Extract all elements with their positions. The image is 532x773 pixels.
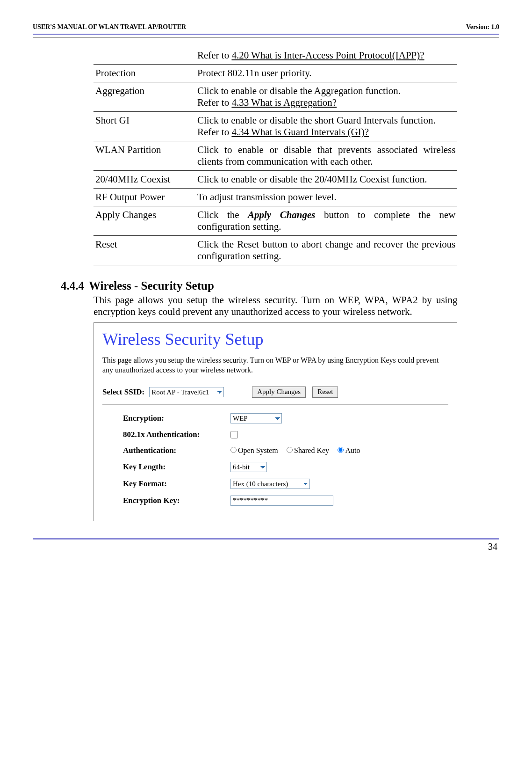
section-heading: 4.4.4Wireless - Security Setup xyxy=(61,279,499,292)
def-desc: Click the Apply Changes button to comple… xyxy=(195,206,457,236)
select-ssid-dropdown[interactable]: Root AP - Travel6c1 xyxy=(149,387,224,397)
def-desc-pre: Refer to xyxy=(197,50,231,61)
def-desc: Click to enable or disable that prevents… xyxy=(195,141,457,171)
auth8021x-label: 802.1x Authentication: xyxy=(123,430,226,439)
header-right: Version: 1.0 xyxy=(466,23,499,31)
def-desc: Click to enable or disable the 20/40MHz … xyxy=(195,171,457,189)
section-body: This page allows you setup the wireless … xyxy=(93,294,457,318)
ss-divider xyxy=(102,404,448,405)
def-desc: Protect 802.11n user priority. xyxy=(195,65,457,82)
auth-open-radio[interactable] xyxy=(230,447,237,453)
header-left: USER'S MANUAL OF WLAN TRAVEL AP/ROUTER xyxy=(33,23,186,31)
page-number: 34 xyxy=(33,541,499,552)
def-term: Reset xyxy=(93,236,195,265)
header-rule-thin xyxy=(33,37,499,37)
def-term: RF Output Power xyxy=(93,189,195,206)
encryptionkey-label: Encryption Key: xyxy=(123,496,226,505)
auth-open-option[interactable]: Open System xyxy=(230,446,278,454)
section-title: Wireless - Security Setup xyxy=(89,279,214,292)
reset-button[interactable]: Reset xyxy=(312,386,338,398)
definition-table: Refer to 4.20 What is Inter-Access Point… xyxy=(93,47,457,265)
def-term: WLAN Partition xyxy=(93,141,195,171)
def-term: 20/40MHz Coexist xyxy=(93,171,195,189)
auth-shared-option[interactable]: Shared Key xyxy=(287,446,329,454)
def-term: Aggregation xyxy=(93,82,195,112)
footer-rule xyxy=(33,538,499,540)
authentication-label: Authentication: xyxy=(123,446,226,455)
def-term: Short GI xyxy=(93,112,195,141)
def-term xyxy=(93,47,195,65)
keyformat-dropdown[interactable]: Hex (10 characters) xyxy=(230,479,310,489)
link-aggregation[interactable]: 4.33 What is Aggregation? xyxy=(231,97,337,108)
auth-auto-radio[interactable] xyxy=(338,447,344,453)
keyformat-label: Key Format: xyxy=(123,479,226,489)
def-desc-line1: Click to enable or disable the short Gua… xyxy=(197,115,455,126)
def-desc: Click the Reset button to abort change a… xyxy=(195,236,457,265)
authentication-radiogroup: Open System Shared Key Auto xyxy=(230,446,367,455)
header-rule-purple xyxy=(33,34,499,35)
encryption-label: Encryption: xyxy=(123,414,226,423)
ss-title: Wireless Security Setup xyxy=(102,329,448,349)
keylength-dropdown[interactable]: 64-bit xyxy=(230,462,267,472)
apply-changes-button[interactable]: Apply Changes xyxy=(252,386,306,398)
link-gi[interactable]: 4.34 What is Guard Intervals (GI)? xyxy=(231,126,369,138)
link-iapp[interactable]: 4.20 What is Inter-Access Point Protocol… xyxy=(231,50,424,61)
def-term: Apply Changes xyxy=(93,206,195,236)
encryptionkey-input[interactable] xyxy=(230,496,333,506)
auth-auto-option[interactable]: Auto xyxy=(338,446,360,454)
keylength-label: Key Length: xyxy=(123,462,226,472)
ss-intro: This page allows you setup the wireless … xyxy=(102,356,448,375)
select-ssid-label: Select SSID: xyxy=(102,387,144,397)
def-desc-pre: Refer to xyxy=(197,97,231,108)
auth-shared-radio[interactable] xyxy=(287,447,293,453)
def-term: Protection xyxy=(93,65,195,82)
def-desc-line1: Click to enable or disable the Aggregati… xyxy=(197,85,455,97)
screenshot-wireless-security: Wireless Security Setup This page allows… xyxy=(93,322,457,521)
encryption-dropdown[interactable]: WEP xyxy=(230,413,282,423)
def-desc: To adjust transmission power level. xyxy=(195,189,457,206)
section-number: 4.4.4 xyxy=(61,279,84,292)
auth8021x-checkbox[interactable] xyxy=(230,431,238,438)
def-desc-pre: Refer to xyxy=(197,126,231,138)
